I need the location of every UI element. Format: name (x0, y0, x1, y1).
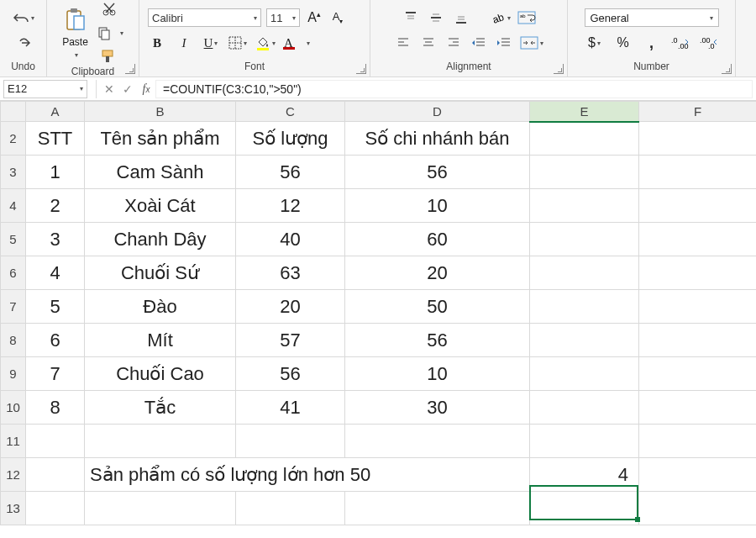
cell[interactable]: 10 (345, 357, 530, 391)
enter-formula-button[interactable]: ✓ (118, 80, 137, 98)
cell[interactable] (530, 492, 639, 525)
accounting-format-button[interactable]: $▾ (585, 34, 604, 52)
cell[interactable] (26, 492, 85, 525)
column-header[interactable]: F (639, 102, 757, 122)
cell[interactable]: 6 (26, 324, 85, 357)
cell[interactable]: Tên sản phẩm (85, 122, 236, 156)
align-center-button[interactable] (419, 34, 438, 52)
cell[interactable]: Xoài Cát (85, 189, 236, 223)
number-format-dropdown[interactable]: General ▾ (585, 8, 719, 27)
cell[interactable] (639, 492, 757, 525)
cell[interactable]: 57 (236, 324, 345, 357)
cell[interactable] (639, 122, 757, 156)
cell[interactable]: 2 (26, 189, 85, 223)
underline-button[interactable]: U▾ (202, 34, 220, 52)
row-header[interactable]: 11 (1, 425, 26, 458)
insert-function-button[interactable]: fx (137, 80, 155, 98)
column-header[interactable]: A (26, 102, 85, 122)
cell[interactable] (639, 156, 757, 189)
cell[interactable]: Chanh Dây (85, 223, 236, 256)
cell[interactable]: 30 (345, 391, 530, 425)
cell[interactable] (530, 324, 639, 357)
orientation-button[interactable]: ab▾ (491, 8, 511, 27)
cell[interactable]: 41 (236, 391, 345, 425)
comma-format-button[interactable]: , (643, 34, 661, 52)
cell[interactable]: 20 (236, 290, 345, 324)
font-name-dropdown[interactable]: Calibri ▾ (148, 8, 261, 27)
row-header[interactable]: 7 (1, 290, 26, 324)
cell[interactable] (236, 492, 345, 525)
cell[interactable] (26, 425, 85, 458)
cell[interactable]: 56 (345, 324, 530, 357)
cell[interactable] (639, 458, 757, 492)
formula-input[interactable]: =COUNTIF(C3:C10,">50") (155, 80, 753, 98)
cell[interactable] (236, 425, 345, 458)
cell[interactable] (639, 256, 757, 290)
cancel-formula-button[interactable]: ✕ (100, 80, 118, 98)
redo-button[interactable] (14, 34, 33, 52)
cell[interactable]: 56 (236, 156, 345, 189)
decrease-indent-button[interactable] (470, 34, 488, 52)
cell[interactable] (85, 425, 236, 458)
row-header[interactable]: 10 (1, 391, 26, 425)
cut-button[interactable] (95, 0, 123, 18)
cell[interactable] (639, 357, 757, 391)
cell[interactable] (85, 492, 236, 525)
cell[interactable]: 60 (345, 223, 530, 256)
undo-button[interactable]: ▾ (13, 8, 34, 27)
decrease-font-button[interactable]: A▾ (328, 8, 347, 27)
cell[interactable]: 63 (236, 256, 345, 290)
cell[interactable] (345, 425, 530, 458)
cell[interactable]: 56 (345, 156, 530, 189)
row-header[interactable]: 5 (1, 223, 26, 256)
wrap-text-button[interactable]: ab (517, 8, 536, 27)
cell[interactable]: 50 (345, 290, 530, 324)
spreadsheet-grid[interactable]: A B C D E F 2 STT Tên sản phẩm Số lượng … (0, 101, 756, 525)
cell[interactable]: 8 (26, 391, 85, 425)
cell[interactable] (530, 391, 639, 425)
cell[interactable] (639, 290, 757, 324)
merge-center-button[interactable]: ▾ (520, 34, 543, 52)
cell[interactable]: 7 (26, 357, 85, 391)
italic-button[interactable]: I (175, 34, 193, 52)
format-painter-button[interactable] (95, 47, 123, 66)
font-color-button[interactable]: A▾ (284, 34, 310, 52)
select-all-corner[interactable] (1, 102, 26, 122)
dialog-launcher-icon[interactable] (722, 64, 732, 74)
align-right-button[interactable] (444, 34, 463, 52)
row-header[interactable]: 8 (1, 324, 26, 357)
row-header[interactable]: 12 (1, 458, 26, 492)
row-header[interactable]: 2 (1, 122, 26, 156)
decrease-decimal-button[interactable]: .00.0 (700, 34, 718, 52)
selected-cell[interactable]: 4 (530, 458, 639, 492)
align-top-button[interactable] (402, 8, 420, 27)
dialog-launcher-icon[interactable] (356, 64, 366, 74)
cell[interactable]: Số chi nhánh bán (345, 122, 530, 156)
cell[interactable] (639, 324, 757, 357)
cell[interactable]: STT (26, 122, 85, 156)
cell[interactable]: Cam Sành (85, 156, 236, 189)
column-header[interactable]: B (85, 102, 236, 122)
font-size-dropdown[interactable]: 11 ▾ (266, 8, 300, 27)
row-header[interactable]: 6 (1, 256, 26, 290)
cell[interactable]: 56 (236, 357, 345, 391)
percent-format-button[interactable]: % (614, 34, 633, 52)
cell[interactable]: 40 (236, 223, 345, 256)
cell[interactable] (530, 425, 639, 458)
cell[interactable]: Mít (85, 324, 236, 357)
cell[interactable]: Tắc (85, 391, 236, 425)
cell[interactable] (639, 391, 757, 425)
align-middle-button[interactable] (427, 8, 445, 27)
cell[interactable] (530, 290, 639, 324)
align-bottom-button[interactable] (452, 8, 470, 27)
cell[interactable] (639, 425, 757, 458)
cell[interactable]: Chuối Sứ (85, 256, 236, 290)
cell[interactable]: 4 (26, 256, 85, 290)
bold-button[interactable]: B (148, 34, 166, 52)
column-header[interactable]: C (236, 102, 345, 122)
cell[interactable]: 1 (26, 156, 85, 189)
name-box[interactable]: E12 ▾ (3, 80, 87, 98)
row-header[interactable]: 4 (1, 189, 26, 223)
cell[interactable] (530, 223, 639, 256)
cell[interactable] (530, 189, 639, 223)
